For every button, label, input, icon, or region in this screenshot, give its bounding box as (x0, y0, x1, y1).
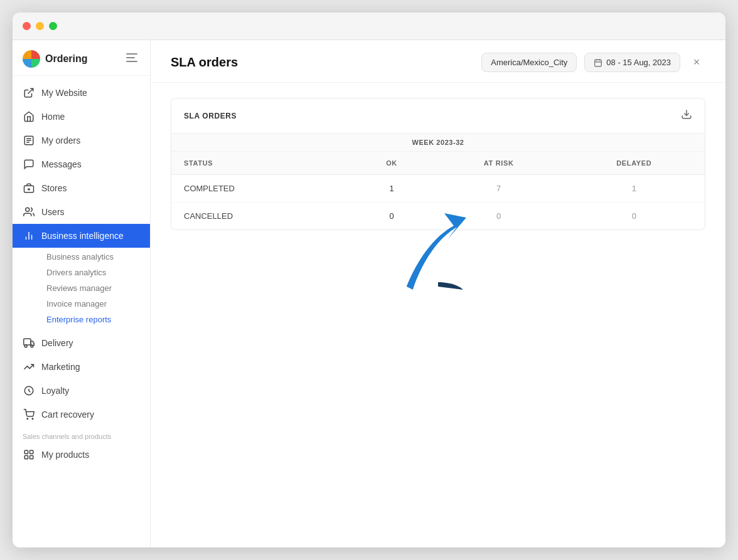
sidebar-item-label-my-orders: My orders (41, 135, 80, 145)
svg-point-17 (31, 345, 33, 347)
sidebar-nav: My Website Home (13, 76, 150, 547)
sidebar-item-loyalty[interactable]: Loyalty (13, 379, 150, 403)
cell-ok-cancelled: 0 (349, 203, 434, 230)
loyalty-icon (23, 384, 35, 397)
cell-delayed-completed: 1 (564, 175, 705, 203)
main-header: SLA orders America/Mexico_City 08 - 15 A… (151, 40, 725, 83)
cell-delayed-cancelled: 0 (564, 203, 705, 230)
sidebar-item-label-my-products: My products (41, 450, 89, 460)
col-delayed: DELAYED (564, 152, 705, 175)
svg-line-3 (28, 88, 33, 93)
svg-rect-2 (126, 61, 137, 62)
chart-icon (23, 230, 35, 242)
sidebar-header: Ordering (13, 40, 150, 76)
cart-icon (23, 408, 35, 421)
close-icon: × (693, 56, 700, 69)
main-body: SLA ORDERS WEEK 2023-32 (151, 83, 725, 547)
week-header: WEEK 2023-32 (171, 133, 705, 152)
svg-point-20 (32, 418, 33, 420)
sidebar-item-cart-recovery[interactable]: Cart recovery (13, 403, 150, 426)
calendar-icon (594, 58, 602, 67)
sidebar-item-label-messages: Messages (41, 159, 82, 169)
main-content: SLA orders America/Mexico_City 08 - 15 A… (151, 40, 725, 547)
sidebar-item-label-cart-recovery: Cart recovery (41, 409, 94, 420)
svg-rect-0 (126, 53, 137, 55)
sidebar-item-messages[interactable]: Messages (13, 152, 150, 176)
sidebar-item-my-website[interactable]: My Website (13, 81, 150, 105)
home-icon (23, 110, 35, 123)
logo-area: Ordering (23, 50, 88, 68)
sales-channels-section-label: Sales channels and products (13, 426, 150, 443)
sidebar-item-marketing[interactable]: Marketing (13, 355, 150, 379)
col-ok: OK (349, 152, 434, 175)
products-icon (23, 448, 35, 461)
traffic-lights (23, 22, 57, 30)
table-row: COMPLETED 1 7 1 (171, 175, 705, 203)
cell-status-cancelled: CANCELLED (171, 203, 349, 230)
svg-rect-24 (24, 456, 28, 459)
svg-rect-21 (24, 450, 28, 453)
col-status: STATUS (171, 152, 349, 175)
sidebar-item-label-marketing: Marketing (41, 362, 80, 372)
sub-nav-enterprise-reports[interactable]: Enterprise reports (41, 312, 150, 327)
orders-icon (23, 134, 35, 147)
sub-nav-invoice-manager[interactable]: Invoice manager (41, 296, 150, 312)
page-title: SLA orders (171, 55, 238, 70)
cell-ok-completed: 1 (349, 175, 434, 203)
timezone-label: America/Mexico_City (491, 58, 567, 67)
sidebar-item-my-products[interactable]: My products (13, 443, 150, 467)
maximize-traffic-light[interactable] (49, 22, 57, 30)
sub-nav-business-analytics[interactable]: Business analytics (41, 249, 150, 265)
logo-icon (23, 50, 40, 68)
date-range-label: 08 - 15 Aug, 2023 (606, 58, 671, 67)
users-icon (23, 206, 35, 218)
timezone-selector[interactable]: America/Mexico_City (481, 53, 577, 72)
svg-point-19 (27, 418, 28, 420)
col-at-risk: AT RISK (434, 152, 564, 175)
sidebar-item-home[interactable]: Home (13, 105, 150, 129)
table-section-title: SLA ORDERS (184, 112, 237, 120)
sidebar-item-label-delivery: Delivery (41, 338, 73, 348)
table-row: CANCELLED 0 0 0 (171, 203, 705, 230)
svg-point-16 (24, 345, 27, 347)
download-button[interactable] (681, 108, 692, 123)
sidebar-item-delivery[interactable]: Delivery (13, 331, 150, 355)
svg-rect-15 (24, 339, 31, 345)
svg-rect-1 (126, 57, 135, 58)
sidebar-item-label-home: Home (41, 112, 65, 122)
close-traffic-light[interactable] (23, 22, 31, 30)
svg-point-11 (26, 208, 29, 211)
svg-rect-22 (30, 450, 33, 453)
sidebar-item-stores[interactable]: Stores (13, 176, 150, 200)
sidebar: Ordering (13, 40, 151, 547)
sidebar-item-business-intelligence[interactable]: Business intelligence (13, 224, 150, 248)
sidebar-collapse-button[interactable] (124, 51, 140, 67)
date-range-picker[interactable]: 08 - 15 Aug, 2023 (584, 53, 680, 72)
sidebar-item-label-bi: Business intelligence (41, 231, 124, 241)
sla-orders-table-section: SLA ORDERS WEEK 2023-32 (171, 98, 705, 230)
sub-nav-reviews-manager[interactable]: Reviews manager (41, 280, 150, 296)
marketing-icon (23, 361, 35, 373)
sidebar-item-label-my-website: My Website (41, 88, 87, 98)
external-link-icon (23, 87, 35, 99)
delivery-icon (23, 337, 35, 349)
app-body: Ordering (13, 40, 725, 547)
sidebar-item-label-loyalty: Loyalty (41, 386, 69, 396)
svg-rect-25 (595, 60, 602, 66)
logo-text: Ordering (45, 53, 88, 65)
sidebar-item-my-orders[interactable]: My orders (13, 129, 150, 152)
sla-orders-table: STATUS OK AT RISK DELAYED COMPLETED 1 7 (171, 152, 705, 230)
app-window: Ordering (13, 13, 725, 547)
cell-at-risk-cancelled: 0 (434, 203, 564, 230)
titlebar (13, 13, 725, 40)
header-right: America/Mexico_City 08 - 15 Aug, 2023 × (481, 53, 705, 72)
sidebar-item-users[interactable]: Users (13, 200, 150, 224)
close-button[interactable]: × (688, 54, 705, 71)
minimize-traffic-light[interactable] (36, 22, 44, 30)
sub-nav-business-intelligence: Business analytics Drivers analytics Rev… (13, 248, 150, 331)
sidebar-item-label-users: Users (41, 207, 65, 217)
sub-nav-drivers-analytics[interactable]: Drivers analytics (41, 265, 150, 280)
sidebar-item-label-stores: Stores (41, 183, 67, 193)
store-icon (23, 182, 35, 194)
table-header-row: STATUS OK AT RISK DELAYED (171, 152, 705, 175)
